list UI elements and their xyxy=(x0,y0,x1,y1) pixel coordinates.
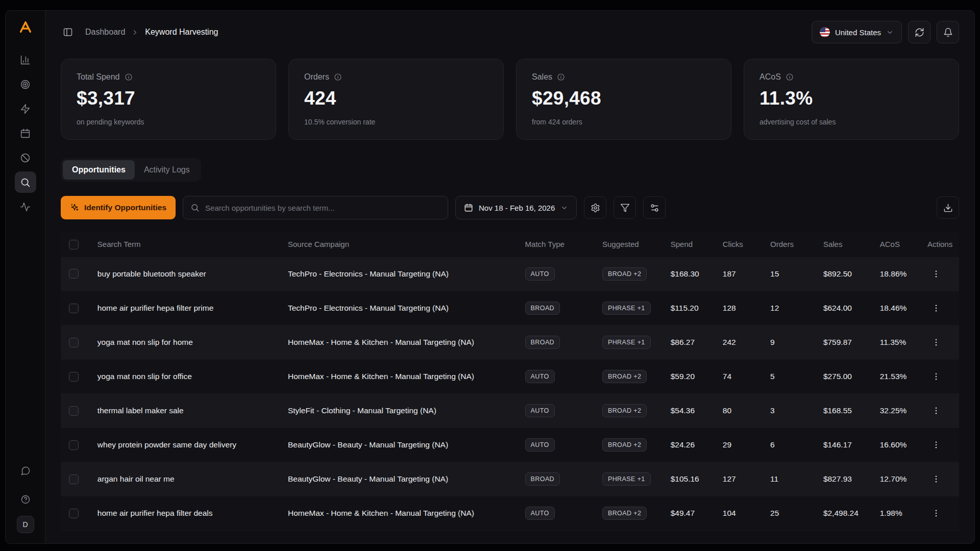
stat-value: $29,468 xyxy=(532,88,716,109)
row-actions-button[interactable] xyxy=(927,436,945,454)
export-button[interactable] xyxy=(937,196,959,219)
search-input[interactable] xyxy=(205,204,440,212)
column-settings-button[interactable] xyxy=(643,196,666,219)
help-button[interactable] xyxy=(15,489,36,510)
sidebar-item-schedule[interactable] xyxy=(15,122,36,144)
table-row: yoga mat non slip for office HomeMax - H… xyxy=(61,360,959,394)
sidebar-item-keyword-harvesting[interactable] xyxy=(15,171,36,193)
source-campaign-cell: HomeMax - Home & Kitchen - Manual Target… xyxy=(282,325,519,360)
table-row: home air purifier hepa filter deals Home… xyxy=(61,496,959,531)
row-actions-button[interactable] xyxy=(927,470,945,488)
search-term-cell: argan hair oil near me xyxy=(91,462,282,496)
suggested-badge: PHRASE +1 xyxy=(602,336,651,349)
orders-cell: 15 xyxy=(764,257,817,291)
tab-activity-logs[interactable]: Activity Logs xyxy=(135,160,199,180)
user-avatar[interactable]: D xyxy=(17,516,34,533)
row-checkbox[interactable] xyxy=(69,372,79,382)
search-term-cell: buy portable bluetooth speaker xyxy=(91,257,282,291)
match-type-badge: AUTO xyxy=(525,404,555,417)
sales-cell: $168.55 xyxy=(817,394,874,428)
row-checkbox[interactable] xyxy=(69,269,79,279)
notifications-button[interactable] xyxy=(937,21,959,43)
sidebar-item-analytics[interactable] xyxy=(15,49,36,70)
sidebar-item-negatives[interactable] xyxy=(15,147,36,168)
row-actions-button[interactable] xyxy=(927,368,945,385)
source-campaign-cell: StyleFit - Clothing - Manual Targeting (… xyxy=(282,394,519,428)
date-range-picker[interactable]: Nov 18 - Feb 16, 2026 xyxy=(455,196,577,219)
match-type-badge: AUTO xyxy=(525,438,555,452)
help-icon xyxy=(20,494,31,505)
breadcrumb-current: Keyword Harvesting xyxy=(145,28,218,37)
panel-left-icon xyxy=(63,27,73,37)
filter-funnel-icon xyxy=(620,203,630,213)
page-content: Total Spend $3,317 on pending keywords O… xyxy=(45,54,974,543)
match-type-badge: AUTO xyxy=(525,507,555,520)
breadcrumb-dashboard[interactable]: Dashboard xyxy=(85,28,125,37)
row-checkbox[interactable] xyxy=(69,440,79,450)
sidebar-toggle-button[interactable] xyxy=(61,25,75,39)
row-checkbox[interactable] xyxy=(69,406,79,416)
stat-card-total-spend: Total Spend $3,317 on pending keywords xyxy=(61,59,276,140)
filter-button[interactable] xyxy=(614,196,636,219)
info-icon[interactable] xyxy=(557,73,565,81)
main-area: Dashboard Keyword Harvesting United Stat… xyxy=(45,11,974,543)
acos-cell: 11.35% xyxy=(874,325,921,360)
source-campaign-cell: BeautyGlow - Beauty - Manual Targeting (… xyxy=(282,462,519,496)
row-checkbox[interactable] xyxy=(69,304,79,313)
orders-cell: 5 xyxy=(764,360,817,394)
stat-label: Total Spend xyxy=(77,72,120,82)
stat-value: $3,317 xyxy=(77,88,260,109)
refresh-button[interactable] xyxy=(908,21,930,43)
identify-opportunities-button[interactable]: Identify Opportunities xyxy=(61,196,176,219)
sales-cell: $624.00 xyxy=(817,291,874,325)
sidebar-item-automation[interactable] xyxy=(15,98,36,119)
clicks-cell: 104 xyxy=(717,496,764,531)
source-campaign-cell: TechPro - Electronics - Manual Targeting… xyxy=(282,257,519,291)
region-select[interactable]: United States xyxy=(812,21,902,43)
row-checkbox[interactable] xyxy=(69,509,79,518)
acos-cell: 21.53% xyxy=(874,360,921,394)
acos-cell: 32.25% xyxy=(874,394,921,428)
tab-opportunities[interactable]: Opportunities xyxy=(63,160,135,180)
acos-cell: 18.86% xyxy=(874,257,921,291)
app-logo[interactable] xyxy=(18,20,33,34)
settings-button[interactable] xyxy=(584,196,606,219)
sales-cell: $2,498.24 xyxy=(817,496,874,531)
chevron-down-icon xyxy=(886,29,894,36)
spend-cell: $168.30 xyxy=(665,257,717,291)
match-type-badge: AUTO xyxy=(525,370,555,383)
row-actions-button[interactable] xyxy=(927,299,945,317)
clicks-cell: 127 xyxy=(717,462,764,496)
orders-cell: 11 xyxy=(764,462,817,496)
row-actions-button[interactable] xyxy=(927,334,945,351)
row-actions-button[interactable] xyxy=(927,265,945,283)
breadcrumb: Dashboard Keyword Harvesting xyxy=(85,28,218,37)
select-all-checkbox[interactable] xyxy=(69,240,79,249)
row-checkbox[interactable] xyxy=(69,474,79,484)
stat-subtext: 10.5% conversion rate xyxy=(304,118,488,126)
region-label: United States xyxy=(835,28,881,37)
row-actions-button[interactable] xyxy=(927,402,945,419)
source-campaign-cell: HomeMax - Home & Kitchen - Manual Target… xyxy=(282,496,519,531)
sidebar-item-targeting[interactable] xyxy=(15,73,36,95)
table-row: yoga mat non slip for home HomeMax - Hom… xyxy=(61,325,959,360)
col-header-sales: Sales xyxy=(817,232,874,257)
col-header-match-type: Match Type xyxy=(519,232,596,257)
date-range-label: Nov 18 - Feb 16, 2026 xyxy=(479,204,555,212)
sidebar-item-activity[interactable] xyxy=(15,196,36,217)
col-header-suggested: Suggested xyxy=(596,232,665,257)
acos-cell: 18.46% xyxy=(874,291,921,325)
row-actions-button[interactable] xyxy=(927,505,945,522)
suggested-badge: BROAD +2 xyxy=(602,438,647,452)
chat-button[interactable] xyxy=(15,460,36,482)
info-icon[interactable] xyxy=(786,73,794,81)
info-icon[interactable] xyxy=(125,73,133,81)
col-header-search-term: Search Term xyxy=(91,232,282,257)
row-checkbox[interactable] xyxy=(69,338,79,347)
spend-cell: $49.47 xyxy=(665,496,717,531)
suggested-badge: BROAD +2 xyxy=(602,370,647,383)
orders-cell: 6 xyxy=(764,428,817,462)
search-term-cell: home air purifier hepa filter deals xyxy=(91,496,282,531)
info-icon[interactable] xyxy=(334,73,342,81)
table-row: thermal label maker sale StyleFit - Clot… xyxy=(61,394,959,428)
